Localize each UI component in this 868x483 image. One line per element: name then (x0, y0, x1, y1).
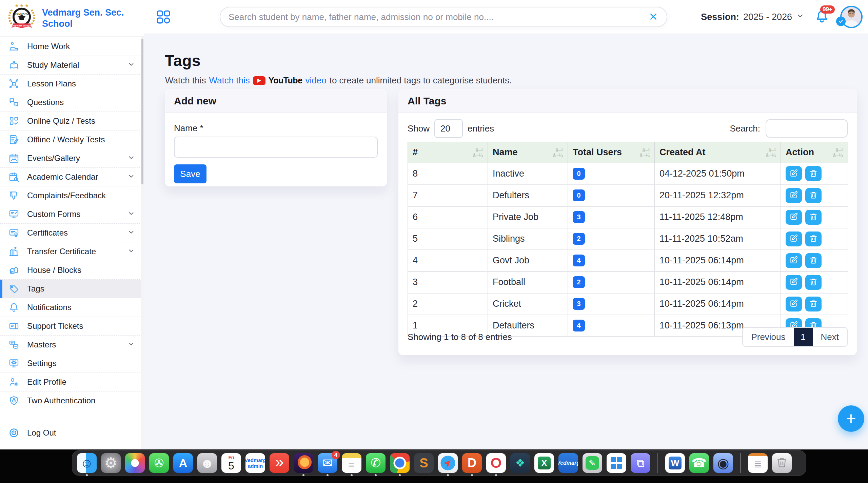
name-input[interactable] (174, 137, 378, 158)
sidebar-menu: Home WorkStudy MaterialLesson PlansQuest… (0, 37, 141, 442)
total-users-badge: 3 (573, 298, 585, 310)
notifications-button[interactable]: 99+ (814, 9, 830, 25)
previous-page-button[interactable]: Previous (743, 328, 793, 346)
apps-grid-button[interactable] (155, 8, 172, 26)
table-search-input[interactable] (766, 119, 848, 138)
search-clear-button[interactable] (648, 12, 658, 23)
column-header-#[interactable]: #â–² â–¼ (408, 142, 488, 163)
sidebar-scrollbar-thumb[interactable] (141, 39, 143, 184)
facetime-dock-icon[interactable]: ✇ (149, 453, 169, 473)
session-selector[interactable]: Session: 2025 - 2026 (701, 12, 804, 22)
delete-button[interactable] (805, 275, 822, 290)
chrome-dock-icon[interactable] (390, 453, 410, 473)
delete-button[interactable] (805, 232, 822, 246)
quicktime-dock-icon[interactable]: ◉ (713, 453, 733, 473)
app-store-dock-icon[interactable]: A (173, 453, 193, 473)
safari-dock-icon[interactable]: ➤ (438, 453, 458, 473)
edit-button[interactable] (786, 232, 802, 246)
sidebar-item-label: Tags (27, 284, 135, 294)
whatsapp-dock-icon[interactable]: ✆ (366, 453, 386, 473)
edit-button[interactable] (786, 275, 802, 290)
youtube-wordmark: YouTube (269, 76, 302, 85)
excel-dock-icon[interactable]: X (534, 453, 554, 473)
finder-dock-icon[interactable]: ☺ (77, 453, 97, 473)
sidebar-item-label: Log Out (27, 428, 135, 438)
edit-button[interactable] (786, 166, 802, 181)
vedmarg-dock-icon[interactable]: Vedmarg (558, 453, 578, 473)
vedmarg-tile: Vedmarg (558, 453, 578, 473)
delete-button[interactable] (805, 188, 822, 203)
sidebar-item-log-out[interactable]: Log Out (0, 424, 141, 442)
chevron-down-icon (127, 61, 135, 69)
sidebar-item-certificates[interactable]: Certificates (0, 224, 141, 242)
sidebar-item-custom-forms[interactable]: Custom Forms (0, 205, 141, 224)
entries-select[interactable]: 20 (434, 119, 463, 138)
sublime-text-dock-icon[interactable]: S (414, 453, 434, 473)
microsoft-dock-icon[interactable] (607, 453, 626, 473)
sidebar-item-tags[interactable]: Tags (0, 280, 141, 298)
sidebar-scrollbar[interactable] (141, 37, 144, 449)
sidebar-item-academic-calendar[interactable]: Academic Calendar (0, 168, 141, 186)
sidebar-item-lesson-plans[interactable]: Lesson Plans (0, 75, 141, 93)
filmora-dock-icon[interactable]: ❖ (510, 453, 530, 473)
save-button[interactable]: Save (174, 164, 206, 183)
mail-dock-icon[interactable]: ✉4 (318, 453, 337, 473)
green-notes-app-dock-icon[interactable]: ✎ (583, 453, 602, 473)
sidebar-item-complaints-feedback[interactable]: Complaints/Feedback (0, 186, 141, 205)
vedmarg-admin-dock-icon[interactable]: Vedmarg admin (245, 453, 265, 473)
column-header-name[interactable]: Nameâ–² â–¼ (488, 142, 568, 163)
phone-dock-icon[interactable]: ☎ (689, 453, 709, 473)
sidebar-item-masters[interactable]: Masters (0, 336, 141, 354)
complaints-icon (8, 190, 20, 201)
edit-button[interactable] (786, 210, 802, 225)
sidebar-item-study-material[interactable]: Study Material (0, 56, 141, 75)
sidebar-item-label: Two Authentication (27, 396, 135, 405)
watch-this-link[interactable]: Watch this (209, 75, 250, 86)
sidebar-item-support-tickets[interactable]: Support Tickets (0, 317, 141, 336)
text-document-dock-icon[interactable]: ≣ (748, 453, 768, 473)
duckduckgo-dock-icon[interactable]: D (462, 453, 482, 473)
delete-button[interactable] (805, 166, 822, 181)
notes-dock-icon[interactable]: ≡ (342, 453, 361, 473)
sidebar-item-online-quiz-tests[interactable]: Online Quiz / Tests (0, 112, 141, 130)
edit-button[interactable] (786, 297, 802, 311)
video-link[interactable]: video (305, 75, 327, 86)
sidebar-item-home-work[interactable]: Home Work (0, 37, 141, 56)
topbar: Session: 2025 - 2026 99+ (144, 0, 868, 34)
student-search-input[interactable] (229, 12, 648, 22)
sidebar-item-two-authentication[interactable]: Two Authentication (0, 391, 141, 410)
next-page-button[interactable]: Next (813, 328, 847, 346)
trash-dock-icon[interactable] (772, 453, 792, 473)
masters-icon (8, 339, 20, 350)
column-header-action[interactable]: Actionâ–² â–¼ (781, 142, 848, 163)
sidebar-item-edit-profile[interactable]: Edit Profile (0, 373, 141, 391)
sidebar-item-settings[interactable]: Settings (0, 354, 141, 373)
sidebar-item-transfer-certificate[interactable]: Transfer Certificate (0, 242, 141, 261)
profile-menu[interactable] (840, 6, 863, 28)
contacts-dock-icon[interactable]: ☻ (197, 453, 217, 473)
sidebar-item-notifications[interactable]: Notifications (0, 298, 141, 317)
delete-button[interactable] (805, 253, 822, 268)
sidebar-item-house-blocks[interactable]: House / Blocks (0, 261, 141, 280)
dock-divider (657, 453, 658, 473)
photos-dock-icon[interactable] (125, 453, 145, 473)
current-page[interactable]: 1 (794, 328, 813, 346)
column-header-created-at[interactable]: Created Atâ–² â–¼ (655, 142, 781, 163)
column-header-total-users[interactable]: Total Usersâ–² â–¼ (568, 142, 655, 163)
sidebar-item-questions[interactable]: Questions (0, 93, 141, 112)
edit-button[interactable] (786, 188, 802, 203)
firefox-dock-icon[interactable] (294, 453, 313, 473)
system-settings-dock-icon[interactable]: ⚙ (101, 453, 121, 473)
sidebar-item-events-gallery[interactable]: Events/Gallery (0, 149, 141, 168)
edit-button[interactable] (786, 253, 802, 268)
red-chevrons-app-dock-icon[interactable]: » (270, 453, 289, 473)
delete-button[interactable] (805, 210, 822, 225)
word-dock-icon[interactable]: W (665, 453, 685, 473)
sidebar-item-offline-weekly-tests[interactable]: Offline / Weekly Tests (0, 130, 141, 149)
entries-label: entries (468, 123, 494, 134)
device-mirroring-dock-icon[interactable]: ⧉ (631, 453, 650, 473)
calendar-dock-icon[interactable]: Fri5 (221, 453, 241, 473)
delete-button[interactable] (805, 297, 822, 311)
opera-dock-icon[interactable]: O (486, 453, 506, 473)
add-fab-button[interactable]: + (838, 405, 864, 432)
